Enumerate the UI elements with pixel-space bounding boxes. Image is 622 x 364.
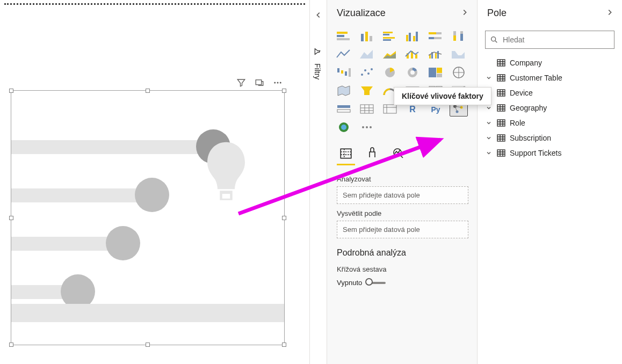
viz-line-clustered-column-icon[interactable]: [426, 47, 445, 62]
table-icon: [497, 74, 505, 82]
cross-report-label: Křížová sestava: [337, 265, 468, 273]
svg-rect-10: [365, 32, 368, 41]
report-canvas[interactable]: [0, 0, 309, 364]
viz-map-icon[interactable]: [450, 65, 468, 80]
table-icon: [497, 149, 505, 157]
analyze-drop-well[interactable]: Sem přidejte datová pole: [337, 186, 468, 204]
analytics-tab[interactable]: [392, 147, 404, 162]
collapse-fields-button[interactable]: [606, 8, 613, 19]
resize-handle[interactable]: [146, 343, 150, 347]
viz-area-chart-icon[interactable]: [358, 47, 376, 62]
resize-handle[interactable]: [146, 89, 150, 93]
viz-pie-icon[interactable]: [381, 65, 399, 80]
viz-scatter-icon[interactable]: [358, 65, 376, 80]
visual-selection-frame[interactable]: [11, 90, 285, 345]
table-row[interactable]: Role: [482, 115, 618, 130]
svg-point-40: [364, 69, 366, 71]
fields-pane-title: Pole: [487, 8, 507, 19]
svg-rect-35: [337, 68, 339, 72]
visualization-gallery: 123 R Py: [327, 26, 477, 139]
resize-handle[interactable]: [9, 343, 13, 347]
viz-line-chart-icon[interactable]: [335, 47, 353, 62]
viz-line-column-icon[interactable]: [403, 47, 422, 62]
svg-rect-14: [383, 37, 395, 39]
table-icon: [497, 134, 505, 142]
svg-rect-56: [337, 105, 350, 108]
visual-toolbar: [236, 78, 283, 88]
svg-rect-7: [337, 35, 344, 37]
search-input[interactable]: [503, 35, 610, 44]
chevron-down-icon: [485, 119, 493, 127]
table-name: Subscription: [510, 134, 551, 142]
table-name: Customer Table: [510, 74, 562, 82]
collapse-pane-button[interactable]: [310, 0, 327, 30]
viz-100-stacked-bar-icon[interactable]: [426, 28, 445, 43]
fields-tab[interactable]: [339, 147, 353, 162]
filter-icon[interactable]: [236, 78, 246, 88]
viz-100-stacked-column-icon[interactable]: [450, 28, 468, 43]
viz-clustered-bar-icon[interactable]: [381, 28, 399, 43]
chevron-down-icon: [485, 104, 493, 112]
viz-ribbon-chart-icon[interactable]: [450, 47, 468, 62]
viz-stacked-column-icon[interactable]: [358, 28, 376, 43]
viz-stacked-area-icon[interactable]: [381, 47, 399, 62]
drillthrough-heading: Podrobná analýza: [337, 248, 468, 258]
viz-clustered-column-icon[interactable]: [403, 28, 422, 43]
svg-rect-19: [416, 32, 418, 41]
viz-donut-icon[interactable]: [403, 65, 422, 80]
viz-treemap-icon[interactable]: [426, 65, 445, 80]
more-options-icon[interactable]: [273, 78, 283, 88]
svg-rect-9: [361, 34, 364, 41]
chevron-down-icon: [485, 149, 493, 157]
viz-stacked-bar-icon[interactable]: [335, 28, 353, 43]
viz-table-icon[interactable]: [358, 101, 376, 117]
resize-handle[interactable]: [9, 89, 13, 93]
svg-rect-79: [497, 120, 505, 126]
viz-waterfall-icon[interactable]: [335, 65, 353, 80]
table-icon: [497, 104, 505, 112]
table-row[interactable]: Subscription: [482, 130, 618, 145]
svg-rect-30: [415, 54, 417, 59]
svg-rect-37: [345, 71, 347, 76]
svg-rect-33: [435, 53, 437, 59]
filters-pane-collapsed[interactable]: Filtry: [310, 30, 322, 79]
field-wells: Analyzovat Sem přidejte datová pole Vysv…: [327, 164, 477, 238]
table-row[interactable]: Device: [482, 85, 618, 100]
viz-arcgis-icon[interactable]: [335, 120, 353, 135]
fields-search-box[interactable]: [485, 31, 614, 49]
resize-handle[interactable]: [282, 343, 286, 347]
svg-rect-12: [383, 32, 393, 33]
viz-tooltip: Klíčové vlivové faktory: [394, 87, 491, 105]
svg-point-1: [274, 82, 276, 84]
collapse-visualizations-button[interactable]: [461, 8, 468, 19]
table-row[interactable]: Geography: [482, 100, 618, 115]
explain-by-well-label: Vysvětlit podle: [337, 209, 468, 217]
svg-point-45: [410, 70, 415, 75]
viz-more-visuals-icon[interactable]: [358, 120, 376, 135]
table-name: Support Tickets: [510, 149, 562, 157]
svg-rect-11: [370, 36, 372, 41]
explain-by-drop-well[interactable]: Sem přidejte datová pole: [337, 221, 468, 238]
format-tab[interactable]: [366, 147, 379, 162]
viz-slicer-icon[interactable]: [335, 101, 353, 117]
svg-rect-23: [429, 37, 434, 39]
cross-report-toggle[interactable]: Vypnuto: [337, 279, 386, 287]
table-row[interactable]: Customer Table: [482, 70, 618, 85]
viz-filled-map-icon[interactable]: [335, 83, 353, 98]
svg-rect-8: [337, 38, 350, 40]
svg-point-42: [371, 68, 373, 70]
focus-mode-icon[interactable]: [255, 78, 264, 88]
fields-pane: Pole CompanyCustomer TableDeviceGeograph…: [477, 0, 622, 364]
svg-rect-6: [337, 32, 348, 34]
svg-point-68: [341, 125, 346, 130]
visualizations-pane-title: Vizualizace: [337, 8, 386, 19]
svg-text:R: R: [410, 105, 416, 114]
resize-handle[interactable]: [282, 89, 286, 93]
viz-funnel-icon[interactable]: [358, 83, 376, 98]
svg-rect-58: [360, 105, 373, 113]
svg-point-69: [362, 126, 364, 128]
table-row[interactable]: Company: [482, 55, 618, 70]
svg-rect-15: [383, 39, 391, 41]
table-row[interactable]: Support Tickets: [482, 145, 618, 161]
svg-rect-5: [222, 194, 230, 199]
